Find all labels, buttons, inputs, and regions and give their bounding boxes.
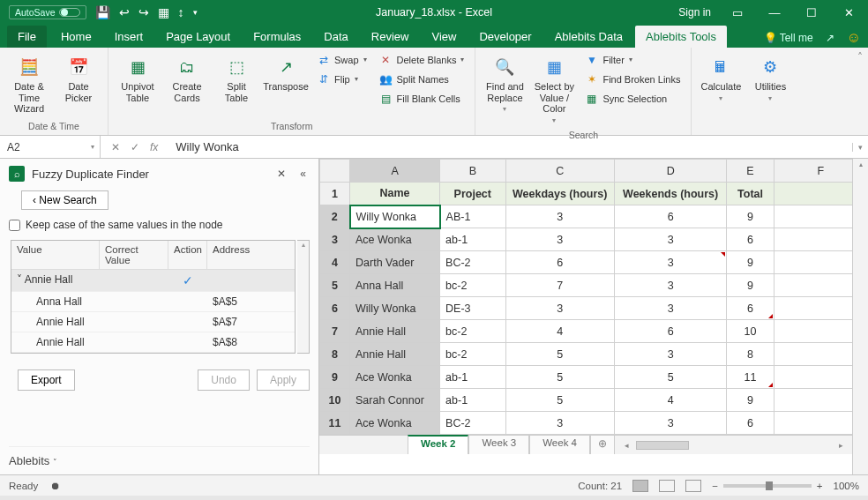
delete-blanks-button[interactable]: ✕Delete Blanks	[376, 51, 468, 68]
table-row[interactable]: 8Annie Hallbc-2538	[320, 343, 868, 366]
qat-more-icon[interactable]: ▾	[193, 8, 198, 17]
table-row[interactable]: 5Anna Hallbc-2739	[320, 274, 868, 297]
select-by-button[interactable]: ▦Select by Value / Color▾	[532, 51, 576, 128]
utilities-button[interactable]: ⚙Utilities▾	[748, 51, 792, 106]
find-broken-links-button[interactable]: ✶Find Broken Links	[581, 71, 684, 87]
tab-page-layout[interactable]: Page Layout	[155, 26, 241, 48]
tab-insert[interactable]: Insert	[104, 26, 154, 48]
new-sheet-button[interactable]: ⊕	[590, 435, 615, 454]
row-header[interactable]: 7	[320, 320, 350, 343]
scroll-right-icon[interactable]: ▸	[834, 441, 847, 450]
redo-icon[interactable]: ↪	[138, 5, 149, 19]
feedback-icon[interactable]: ☺	[847, 30, 861, 46]
table-row[interactable]: 11Ace WonkaBC-2336	[320, 412, 868, 435]
row-header[interactable]: 2	[320, 205, 350, 228]
tab-home[interactable]: Home	[50, 26, 102, 48]
table-row[interactable]: 4Darth VaderBC-2639	[320, 251, 868, 274]
cancel-icon[interactable]: ✕	[111, 141, 120, 153]
col-header-e[interactable]: E	[727, 160, 774, 183]
save-icon[interactable]: 💾	[95, 5, 110, 19]
table-row[interactable]: 10Sarah Connorab-1549	[320, 389, 868, 412]
tell-me[interactable]: 💡 Tell me	[764, 32, 813, 44]
filter-button[interactable]: ▼Filter	[581, 51, 684, 68]
page-layout-view-button[interactable]	[659, 480, 675, 492]
zoom-track[interactable]	[723, 484, 812, 488]
tab-file[interactable]: File	[7, 26, 47, 48]
scroll-left-icon[interactable]: ◂	[620, 441, 632, 450]
table-row[interactable]: 7Annie Hallbc-24610	[320, 320, 868, 343]
collapse-ribbon-icon[interactable]: ˄	[852, 48, 868, 135]
tab-review[interactable]: Review	[361, 26, 420, 48]
new-search-button[interactable]: ‹ New Search	[21, 190, 108, 210]
col-action[interactable]: Action	[168, 241, 207, 269]
name-box[interactable]: A2	[2, 136, 101, 158]
tab-ablebits-tools[interactable]: Ablebits Tools	[635, 26, 727, 48]
col-header-c[interactable]: C	[505, 160, 614, 183]
expand-formula-bar-icon[interactable]: ▾	[852, 143, 868, 152]
formula-input[interactable]: Willy Wonka	[168, 140, 852, 153]
col-header-d[interactable]: D	[614, 160, 727, 183]
table-row[interactable]: 6Willy WonkaDE-3336	[320, 297, 868, 320]
enter-icon[interactable]: ✓	[131, 141, 139, 153]
sheet-tab-week3[interactable]: Week 3	[468, 435, 529, 454]
sign-in-link[interactable]: Sign in	[678, 6, 711, 19]
ribbon-options-icon[interactable]: ▭	[727, 6, 748, 19]
fx-icon[interactable]: fx	[150, 141, 158, 153]
close-icon[interactable]: ✕	[838, 6, 859, 19]
horizontal-scrollbar[interactable]: ◂ ▸	[615, 436, 852, 454]
row-header[interactable]: 5	[320, 274, 350, 297]
sync-selection-button[interactable]: ▦Sync Selection	[581, 90, 684, 107]
flip-button[interactable]: ⇵Flip	[313, 71, 370, 87]
undo-icon[interactable]: ↩	[119, 5, 130, 19]
find-replace-button[interactable]: 🔍Find and Replace▾	[483, 51, 527, 116]
scrollbar-handle[interactable]	[636, 441, 689, 450]
table-row[interactable]: 2Willy WonkaAB-1369	[320, 205, 868, 228]
col-address[interactable]: Address	[207, 241, 295, 269]
table-row[interactable]: 3Ace Wonkaab-1336	[320, 228, 868, 251]
col-value[interactable]: Value	[11, 241, 100, 269]
vertical-scrollbar[interactable]	[852, 159, 868, 474]
table-row[interactable]: 9Ace Wonkaab-15511	[320, 366, 868, 389]
undo-button[interactable]: Undo	[198, 369, 250, 391]
row-header[interactable]: 1	[320, 183, 350, 205]
grid-row[interactable]: Annie Hall$A$7	[11, 312, 295, 332]
row-header[interactable]: 10	[320, 389, 350, 412]
col-header-b[interactable]: B	[440, 160, 505, 183]
pane-close-icon[interactable]: ✕	[273, 168, 289, 180]
zoom-level[interactable]: 100%	[834, 481, 859, 491]
date-picker-button[interactable]: 📅Date Picker	[56, 51, 101, 107]
apply-button[interactable]: Apply	[257, 369, 310, 391]
tab-view[interactable]: View	[421, 26, 467, 48]
borders-icon[interactable]: ▦	[158, 5, 169, 19]
split-table-button[interactable]: ⬚Split Table	[214, 51, 258, 107]
transpose-button[interactable]: ↗Transpose	[264, 51, 308, 96]
export-button[interactable]: Export	[18, 369, 75, 391]
zoom-in-icon[interactable]: +	[817, 481, 823, 491]
tab-ablebits-data[interactable]: Ablebits Data	[544, 26, 633, 48]
col-header-a[interactable]: A	[350, 160, 440, 183]
share-icon[interactable]: ↗	[826, 32, 834, 44]
tab-formulas[interactable]: Formulas	[243, 26, 311, 48]
grid-root-row[interactable]: ˅ Annie Hall ✓	[11, 270, 295, 292]
row-header[interactable]: 8	[320, 343, 350, 366]
sheet-tab-week2[interactable]: Week 2	[408, 435, 468, 454]
page-break-view-button[interactable]	[685, 480, 701, 492]
date-time-wizard-button[interactable]: 🧮Date & Time Wizard	[7, 51, 51, 118]
swap-button[interactable]: ⇄Swap	[313, 51, 370, 68]
maximize-icon[interactable]: ☐	[801, 6, 822, 19]
worksheet-grid[interactable]: A B C D E F 1 Name Project Weekdays (hou…	[319, 159, 868, 435]
pane-footer[interactable]: Ablebits ˅	[9, 446, 310, 467]
row-header[interactable]: 11	[320, 412, 350, 435]
sheet-tab-week4[interactable]: Week 4	[529, 435, 590, 454]
zoom-slider[interactable]: − +	[712, 481, 822, 491]
create-cards-button[interactable]: 🗂Create Cards	[165, 51, 209, 107]
keep-case-checkbox[interactable]: Keep case of the same values in the node	[9, 219, 310, 231]
select-all-cell[interactable]	[320, 160, 350, 183]
row-header[interactable]: 4	[320, 251, 350, 274]
row-header[interactable]: 6	[320, 297, 350, 320]
tab-data[interactable]: Data	[313, 26, 358, 48]
grid-row[interactable]: Anna Hall$A$5	[11, 292, 295, 312]
unpivot-table-button[interactable]: ▦Unpivot Table	[116, 51, 160, 107]
zoom-out-icon[interactable]: −	[712, 481, 718, 491]
grid-row[interactable]: Annie Hall$A$8	[11, 332, 295, 353]
